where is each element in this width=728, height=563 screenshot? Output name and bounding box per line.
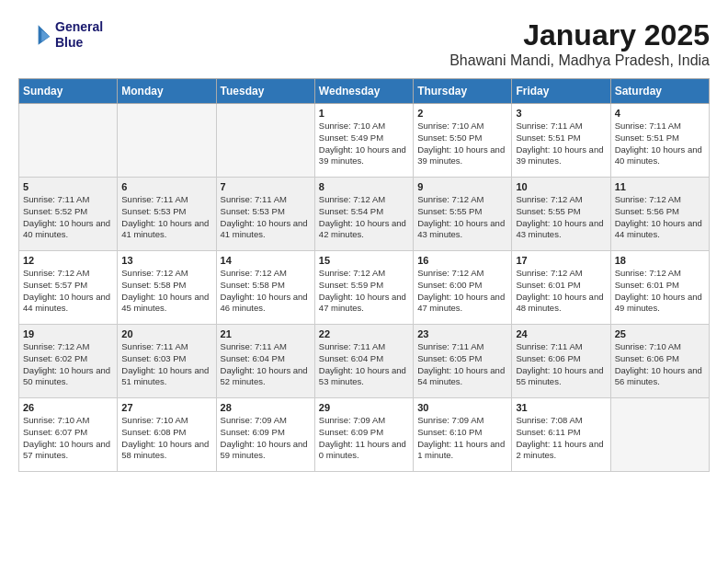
day-number: 14 — [221, 255, 311, 266]
cell-info: Sunrise: 7:12 AM Sunset: 5:58 PM Dayligh… — [221, 268, 311, 315]
cell-info: Sunrise: 7:12 AM Sunset: 6:02 PM Dayligh… — [23, 341, 113, 388]
calendar-cell — [19, 104, 118, 178]
calendar-cell: 7Sunrise: 7:11 AM Sunset: 5:53 PM Daylig… — [216, 178, 314, 251]
calendar-cell — [610, 398, 709, 472]
logo-text: General Blue — [55, 19, 103, 51]
logo-icon — [18, 18, 51, 52]
cell-info: Sunrise: 7:11 AM Sunset: 6:04 PM Dayligh… — [221, 341, 311, 388]
day-number: 9 — [417, 181, 507, 192]
logo: General Blue — [18, 18, 103, 52]
calendar-cell: 25Sunrise: 7:10 AM Sunset: 6:06 PM Dayli… — [610, 325, 709, 398]
calendar-cell: 29Sunrise: 7:09 AM Sunset: 6:09 PM Dayli… — [314, 398, 413, 472]
day-number: 13 — [121, 255, 211, 266]
calendar-cell: 28Sunrise: 7:09 AM Sunset: 6:09 PM Dayli… — [216, 398, 314, 472]
cell-info: Sunrise: 7:12 AM Sunset: 5:55 PM Dayligh… — [417, 194, 507, 241]
location-title: Bhawani Mandi, Madhya Pradesh, India — [449, 52, 710, 69]
title-area: January 2025 Bhawani Mandi, Madhya Prade… — [449, 18, 710, 69]
day-number: 3 — [516, 108, 606, 119]
weekday-header-sunday: Sunday — [19, 79, 118, 104]
day-number: 28 — [221, 402, 311, 413]
weekday-header-monday: Monday — [118, 79, 216, 104]
calendar-cell: 24Sunrise: 7:11 AM Sunset: 6:06 PM Dayli… — [512, 325, 610, 398]
cell-info: Sunrise: 7:09 AM Sunset: 6:10 PM Dayligh… — [417, 415, 507, 462]
calendar-cell: 11Sunrise: 7:12 AM Sunset: 5:56 PM Dayli… — [610, 178, 709, 251]
day-number: 10 — [516, 181, 606, 192]
cell-info: Sunrise: 7:11 AM Sunset: 6:04 PM Dayligh… — [319, 341, 409, 388]
calendar-cell: 14Sunrise: 7:12 AM Sunset: 5:58 PM Dayli… — [216, 251, 314, 325]
calendar-cell: 20Sunrise: 7:11 AM Sunset: 6:03 PM Dayli… — [118, 325, 216, 398]
cell-info: Sunrise: 7:12 AM Sunset: 5:54 PM Dayligh… — [319, 194, 409, 241]
cell-info: Sunrise: 7:09 AM Sunset: 6:09 PM Dayligh… — [319, 415, 409, 462]
cell-info: Sunrise: 7:08 AM Sunset: 6:11 PM Dayligh… — [516, 415, 606, 462]
cell-info: Sunrise: 7:12 AM Sunset: 5:57 PM Dayligh… — [23, 268, 113, 315]
weekday-header-friday: Friday — [512, 79, 610, 104]
calendar-cell: 2Sunrise: 7:10 AM Sunset: 5:50 PM Daylig… — [414, 104, 512, 178]
calendar-cell: 23Sunrise: 7:11 AM Sunset: 6:05 PM Dayli… — [414, 325, 512, 398]
cell-info: Sunrise: 7:11 AM Sunset: 6:05 PM Dayligh… — [417, 341, 507, 388]
calendar-cell: 22Sunrise: 7:11 AM Sunset: 6:04 PM Dayli… — [314, 325, 413, 398]
cell-info: Sunrise: 7:10 AM Sunset: 6:06 PM Dayligh… — [615, 341, 705, 388]
cell-info: Sunrise: 7:12 AM Sunset: 6:00 PM Dayligh… — [417, 268, 507, 315]
day-number: 22 — [319, 328, 409, 339]
day-number: 11 — [615, 181, 705, 192]
calendar-cell — [118, 104, 216, 178]
cell-info: Sunrise: 7:10 AM Sunset: 5:50 PM Dayligh… — [417, 121, 507, 167]
calendar-cell: 1Sunrise: 7:10 AM Sunset: 5:49 PM Daylig… — [314, 104, 413, 178]
day-number: 5 — [23, 181, 113, 192]
week-row-1: 1Sunrise: 7:10 AM Sunset: 5:49 PM Daylig… — [19, 104, 710, 178]
week-row-4: 19Sunrise: 7:12 AM Sunset: 6:02 PM Dayli… — [19, 325, 710, 398]
week-row-3: 12Sunrise: 7:12 AM Sunset: 5:57 PM Dayli… — [19, 251, 710, 325]
weekday-header-tuesday: Tuesday — [216, 79, 314, 104]
weekday-header-saturday: Saturday — [610, 79, 709, 104]
cell-info: Sunrise: 7:12 AM Sunset: 5:55 PM Dayligh… — [516, 194, 606, 241]
calendar-cell: 21Sunrise: 7:11 AM Sunset: 6:04 PM Dayli… — [216, 325, 314, 398]
calendar-cell: 17Sunrise: 7:12 AM Sunset: 6:01 PM Dayli… — [512, 251, 610, 325]
cell-info: Sunrise: 7:10 AM Sunset: 5:49 PM Dayligh… — [319, 121, 409, 167]
weekday-header-thursday: Thursday — [414, 79, 512, 104]
day-number: 19 — [23, 328, 113, 339]
day-number: 18 — [615, 255, 705, 266]
calendar-table: SundayMondayTuesdayWednesdayThursdayFrid… — [18, 78, 710, 472]
calendar-cell: 13Sunrise: 7:12 AM Sunset: 5:58 PM Dayli… — [118, 251, 216, 325]
weekday-header-wednesday: Wednesday — [314, 79, 413, 104]
cell-info: Sunrise: 7:12 AM Sunset: 6:01 PM Dayligh… — [516, 268, 606, 315]
page-header: General Blue January 2025 Bhawani Mandi,… — [18, 18, 710, 69]
day-number: 25 — [615, 328, 705, 339]
week-row-2: 5Sunrise: 7:11 AM Sunset: 5:52 PM Daylig… — [19, 178, 710, 251]
calendar-cell: 30Sunrise: 7:09 AM Sunset: 6:10 PM Dayli… — [414, 398, 512, 472]
cell-info: Sunrise: 7:12 AM Sunset: 6:01 PM Dayligh… — [615, 268, 705, 315]
day-number: 7 — [221, 181, 311, 192]
month-title: January 2025 — [449, 18, 710, 52]
day-number: 24 — [516, 328, 606, 339]
day-number: 15 — [319, 255, 409, 266]
weekday-header-row: SundayMondayTuesdayWednesdayThursdayFrid… — [19, 79, 710, 104]
day-number: 1 — [319, 108, 409, 119]
cell-info: Sunrise: 7:12 AM Sunset: 5:59 PM Dayligh… — [319, 268, 409, 315]
calendar-cell: 4Sunrise: 7:11 AM Sunset: 5:51 PM Daylig… — [610, 104, 709, 178]
calendar-cell: 6Sunrise: 7:11 AM Sunset: 5:53 PM Daylig… — [118, 178, 216, 251]
day-number: 23 — [417, 328, 507, 339]
calendar-cell: 26Sunrise: 7:10 AM Sunset: 6:07 PM Dayli… — [19, 398, 118, 472]
cell-info: Sunrise: 7:11 AM Sunset: 6:03 PM Dayligh… — [121, 341, 211, 388]
cell-info: Sunrise: 7:11 AM Sunset: 5:52 PM Dayligh… — [23, 194, 113, 241]
cell-info: Sunrise: 7:10 AM Sunset: 6:08 PM Dayligh… — [121, 415, 211, 462]
day-number: 29 — [319, 402, 409, 413]
cell-info: Sunrise: 7:11 AM Sunset: 5:51 PM Dayligh… — [516, 121, 606, 167]
calendar-cell: 5Sunrise: 7:11 AM Sunset: 5:52 PM Daylig… — [19, 178, 118, 251]
week-row-5: 26Sunrise: 7:10 AM Sunset: 6:07 PM Dayli… — [19, 398, 710, 472]
day-number: 26 — [23, 402, 113, 413]
calendar-cell: 18Sunrise: 7:12 AM Sunset: 6:01 PM Dayli… — [610, 251, 709, 325]
day-number: 30 — [417, 402, 507, 413]
calendar-cell: 27Sunrise: 7:10 AM Sunset: 6:08 PM Dayli… — [118, 398, 216, 472]
cell-info: Sunrise: 7:10 AM Sunset: 6:07 PM Dayligh… — [23, 415, 113, 462]
cell-info: Sunrise: 7:11 AM Sunset: 5:53 PM Dayligh… — [221, 194, 311, 241]
cell-info: Sunrise: 7:11 AM Sunset: 5:51 PM Dayligh… — [615, 121, 705, 167]
calendar-cell: 31Sunrise: 7:08 AM Sunset: 6:11 PM Dayli… — [512, 398, 610, 472]
day-number: 2 — [417, 108, 507, 119]
day-number: 31 — [516, 402, 606, 413]
cell-info: Sunrise: 7:11 AM Sunset: 6:06 PM Dayligh… — [516, 341, 606, 388]
day-number: 8 — [319, 181, 409, 192]
cell-info: Sunrise: 7:09 AM Sunset: 6:09 PM Dayligh… — [221, 415, 311, 462]
day-number: 6 — [121, 181, 211, 192]
calendar-cell: 15Sunrise: 7:12 AM Sunset: 5:59 PM Dayli… — [314, 251, 413, 325]
